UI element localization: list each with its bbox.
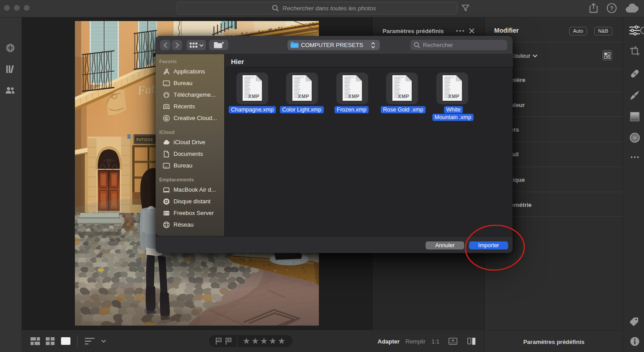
svg-text:?: ?	[610, 5, 614, 12]
